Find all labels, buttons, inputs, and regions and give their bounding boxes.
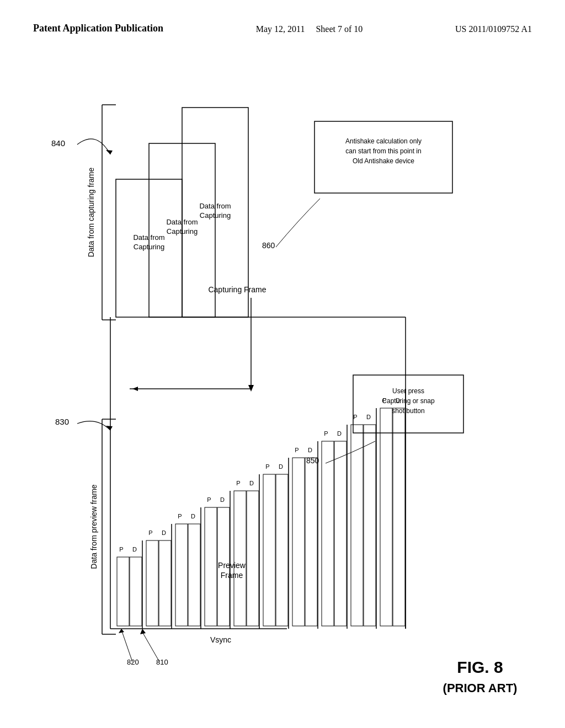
svg-text:P: P	[236, 480, 240, 486]
svg-rect-22	[247, 491, 259, 626]
svg-marker-57	[119, 629, 124, 633]
fig-label: FIG. 8	[457, 658, 503, 676]
publication-meta: May 12, 2011 Sheet 7 of 10	[256, 22, 363, 36]
box-850-line1: User press	[392, 387, 424, 395]
box-860-line3: Old Antishake device	[353, 157, 414, 165]
svg-rect-42	[364, 425, 376, 626]
svg-rect-46	[380, 408, 392, 626]
svg-rect-7	[159, 540, 171, 626]
svg-line-56	[121, 630, 132, 662]
pd-pair-6: P D	[263, 458, 289, 629]
svg-text:D: D	[308, 447, 312, 453]
capturing-frame-label: Capturing Frame	[208, 285, 266, 294]
svg-text:D: D	[191, 513, 195, 520]
page-header: Patent Application Publication May 12, 2…	[0, 22, 565, 36]
sheet-info: Sheet 7 of 10	[316, 24, 363, 34]
pd-pair-8: P D	[322, 425, 347, 629]
label-860: 860	[262, 241, 275, 250]
svg-marker-74	[132, 387, 138, 391]
svg-text:P: P	[207, 496, 211, 503]
svg-line-54	[142, 632, 159, 662]
box-850-line2: Capturing or snap	[382, 397, 435, 405]
pd-pair-7: P D	[292, 441, 318, 629]
publication-date: May 12, 2011	[256, 24, 305, 34]
svg-text:P: P	[295, 447, 299, 453]
vsync-label: Vsync	[210, 635, 231, 644]
label-850: 850	[306, 456, 319, 465]
pd-pair-5: P D	[234, 474, 259, 629]
svg-rect-12	[188, 524, 200, 626]
pd-pair-2: P D	[146, 524, 172, 629]
box-860-line1: Antishake calculation only	[345, 137, 422, 145]
svg-rect-16	[205, 507, 217, 626]
svg-text:P: P	[119, 546, 123, 553]
pd-pair-3: P D	[175, 507, 201, 629]
prior-art-label: (PRIOR ART)	[443, 681, 518, 695]
box-860-line2: can start from this point in	[345, 147, 421, 155]
capturing-box-3-line1: Data from	[199, 202, 231, 210]
pd-pair-10: P D	[380, 389, 406, 629]
data-from-capturing-label: Data from capturing frame	[87, 167, 95, 257]
svg-text:D: D	[162, 529, 166, 536]
publication-title: Patent Application Publication	[33, 22, 163, 35]
svg-text:D: D	[132, 546, 137, 553]
svg-text:D: D	[279, 463, 283, 470]
svg-rect-6	[146, 540, 158, 626]
svg-text:P: P	[353, 414, 357, 420]
svg-marker-67	[248, 385, 254, 392]
data-from-preview-label: Data from preview frame	[89, 484, 98, 569]
svg-rect-41	[351, 425, 363, 626]
pd-pair-4: P D	[205, 491, 230, 629]
label-820: 820	[127, 658, 139, 666]
preview-frame-label: Preview	[218, 561, 246, 570]
svg-rect-11	[175, 524, 188, 626]
svg-rect-26	[263, 474, 275, 626]
svg-text:D: D	[337, 430, 342, 437]
svg-text:P: P	[265, 463, 269, 470]
svg-marker-55	[140, 629, 146, 634]
svg-text:D: D	[366, 414, 371, 420]
preview-frame-label2: Frame	[221, 571, 243, 580]
svg-rect-2	[130, 557, 142, 626]
svg-rect-21	[234, 491, 246, 626]
svg-text:D: D	[249, 480, 254, 486]
box-850-line3: shot button	[392, 407, 424, 415]
pd-pair-9: P D	[351, 408, 376, 629]
label-840: 840	[51, 138, 65, 148]
svg-text:P: P	[178, 513, 182, 520]
main-diagram: P D P D P D P D P D P D	[0, 77, 565, 711]
svg-rect-27	[276, 474, 288, 626]
svg-rect-47	[393, 408, 405, 626]
pd-pair-1: P D	[117, 540, 142, 629]
svg-text:D: D	[220, 496, 225, 503]
label-830: 830	[55, 417, 69, 426]
svg-text:P: P	[148, 529, 152, 536]
svg-rect-1	[117, 557, 129, 626]
capturing-box-3-line2: Capturing	[200, 211, 231, 220]
svg-text:P: P	[324, 430, 328, 437]
svg-rect-31	[292, 458, 305, 626]
svg-rect-36	[322, 441, 334, 626]
svg-marker-65	[106, 150, 113, 154]
svg-rect-37	[334, 441, 347, 626]
publication-number: US 2011/0109752 A1	[455, 22, 532, 36]
svg-rect-32	[305, 458, 317, 626]
